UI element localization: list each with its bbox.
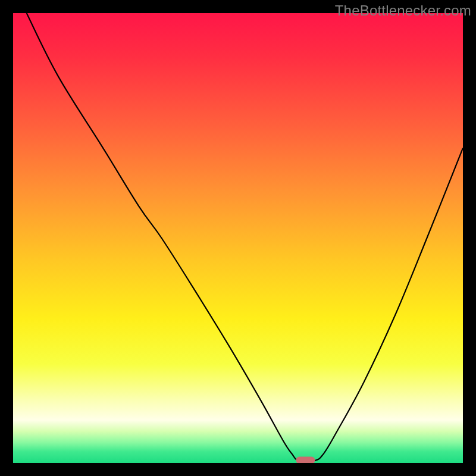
bottleneck-chart: [13, 13, 463, 463]
chart-background: [13, 13, 463, 463]
optimum-marker: [296, 456, 315, 463]
watermark-text: TheBottlenecker.com: [335, 2, 471, 19]
chart-frame: TheBottlenecker.com: [0, 0, 476, 476]
